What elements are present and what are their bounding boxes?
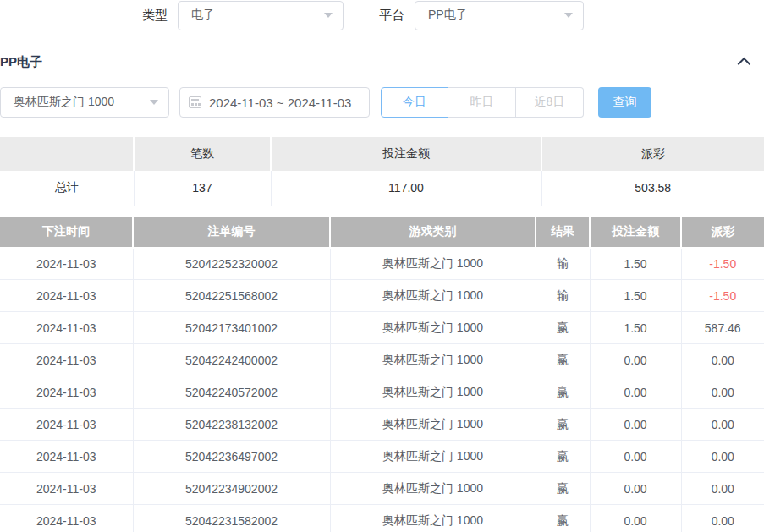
summary-header-row: 笔数 投注金额 派彩 bbox=[0, 137, 764, 171]
cell-bet-time: 2024-11-03 bbox=[0, 248, 133, 280]
cell-game-category: 奥林匹斯之门 1000 bbox=[330, 344, 536, 376]
game-select[interactable]: 奥林匹斯之门 1000 bbox=[0, 87, 169, 118]
cell-bet-amount: 0.00 bbox=[590, 344, 681, 376]
bets-header-payout: 派彩 bbox=[681, 217, 764, 248]
cell-result: 输 bbox=[536, 280, 590, 312]
cell-order-no: 52042238132002 bbox=[133, 409, 330, 441]
cell-game-category: 奥林匹斯之门 1000 bbox=[330, 376, 536, 409]
summary-total-row: 总计 137 117.00 503.58 bbox=[0, 171, 764, 206]
section-header: PP电子 bbox=[0, 52, 764, 71]
cell-order-no: 52042173401002 bbox=[133, 312, 330, 344]
quick-date-button-group: 今日 昨日 近8日 bbox=[381, 87, 584, 118]
table-row: 2024-11-03 52042240572002 奥林匹斯之门 1000 赢 … bbox=[0, 376, 764, 409]
cell-game-category: 奥林匹斯之门 1000 bbox=[330, 441, 536, 473]
cell-result: 赢 bbox=[536, 473, 590, 505]
bets-header-result: 结果 bbox=[536, 217, 590, 248]
bets-header-game-category: 游戏类别 bbox=[330, 217, 536, 248]
cell-game-category: 奥林匹斯之门 1000 bbox=[330, 473, 536, 505]
cell-payout: 0.00 bbox=[681, 441, 764, 473]
date-range-picker[interactable]: 2024-11-03 ~ 2024-11-03 bbox=[179, 87, 370, 118]
yesterday-button[interactable]: 昨日 bbox=[448, 87, 516, 118]
summary-total-label: 总计 bbox=[0, 171, 134, 206]
cell-payout: 0.00 bbox=[681, 473, 764, 505]
cell-bet-time: 2024-11-03 bbox=[0, 344, 133, 376]
type-select-value: 电子 bbox=[191, 8, 215, 23]
cell-order-no: 52042231582002 bbox=[133, 505, 330, 532]
cell-result: 赢 bbox=[536, 409, 590, 441]
bets-header-row: 下注时间 注单编号 游戏类别 结果 投注金额 派彩 bbox=[0, 217, 764, 248]
cell-bet-time: 2024-11-03 bbox=[0, 312, 133, 344]
cell-game-category: 奥林匹斯之门 1000 bbox=[330, 248, 536, 280]
calendar-icon bbox=[189, 96, 201, 108]
cell-result: 赢 bbox=[536, 441, 590, 473]
cell-payout: 0.00 bbox=[681, 344, 764, 376]
cell-bet-amount: 1.50 bbox=[590, 248, 681, 280]
date-range-value: 2024-11-03 ~ 2024-11-03 bbox=[209, 96, 351, 110]
cell-bet-time: 2024-11-03 bbox=[0, 376, 133, 409]
bets-header-bet-time: 下注时间 bbox=[0, 217, 133, 248]
cell-bet-time: 2024-11-03 bbox=[0, 409, 133, 441]
today-button[interactable]: 今日 bbox=[381, 87, 448, 118]
platform-select[interactable]: PP电子 bbox=[415, 1, 584, 30]
cell-bet-time: 2024-11-03 bbox=[0, 505, 133, 532]
table-row: 2024-11-03 52042234902002 奥林匹斯之门 1000 赢 … bbox=[0, 473, 764, 505]
cell-bet-amount: 0.00 bbox=[590, 473, 681, 505]
search-button[interactable]: 查询 bbox=[598, 87, 651, 118]
cell-game-category: 奥林匹斯之门 1000 bbox=[330, 312, 536, 344]
cell-bet-amount: 0.00 bbox=[590, 376, 681, 409]
cell-payout: -1.50 bbox=[681, 248, 764, 280]
top-filter-bar: 类型 电子 平台 PP电子 bbox=[0, 0, 764, 30]
cell-result: 赢 bbox=[536, 344, 590, 376]
summary-header-payout: 派彩 bbox=[541, 137, 764, 171]
cell-order-no: 52042251568002 bbox=[133, 280, 330, 312]
cell-bet-amount: 0.00 bbox=[590, 441, 681, 473]
cell-result: 赢 bbox=[536, 376, 590, 409]
table-row: 2024-11-03 52042238132002 奥林匹斯之门 1000 赢 … bbox=[0, 409, 764, 441]
summary-total-payout: 503.58 bbox=[541, 171, 764, 206]
cell-payout: 0.00 bbox=[681, 376, 764, 409]
table-row: 2024-11-03 52042236497002 奥林匹斯之门 1000 赢 … bbox=[0, 441, 764, 473]
summary-header-empty bbox=[0, 137, 134, 171]
chevron-up-icon[interactable] bbox=[738, 57, 751, 70]
bets-header-bet-amount: 投注金额 bbox=[590, 217, 681, 248]
cell-result: 赢 bbox=[536, 312, 590, 344]
cell-payout: 0.00 bbox=[681, 505, 764, 532]
cell-bet-amount: 1.50 bbox=[590, 280, 681, 312]
cell-result: 赢 bbox=[536, 505, 590, 532]
cell-bet-amount: 0.00 bbox=[590, 409, 681, 441]
cell-payout: -1.50 bbox=[681, 280, 764, 312]
cell-bet-time: 2024-11-03 bbox=[0, 280, 133, 312]
cell-order-no: 52042234902002 bbox=[133, 473, 330, 505]
type-select[interactable]: 电子 bbox=[178, 1, 344, 30]
cell-payout: 0.00 bbox=[681, 409, 764, 441]
cell-game-category: 奥林匹斯之门 1000 bbox=[330, 280, 536, 312]
table-row: 2024-11-03 52042242400002 奥林匹斯之门 1000 赢 … bbox=[0, 344, 764, 376]
cell-payout: 587.46 bbox=[681, 312, 764, 344]
cell-order-no: 52042242400002 bbox=[133, 344, 330, 376]
last-8-days-button[interactable]: 近8日 bbox=[516, 87, 584, 118]
table-row: 2024-11-03 52042231582002 奥林匹斯之门 1000 赢 … bbox=[0, 505, 764, 532]
table-row: 2024-11-03 52042251568002 奥林匹斯之门 1000 输 … bbox=[0, 280, 764, 312]
cell-game-category: 奥林匹斯之门 1000 bbox=[330, 505, 536, 532]
cell-bet-time: 2024-11-03 bbox=[0, 441, 133, 473]
game-select-value: 奥林匹斯之门 1000 bbox=[14, 95, 114, 110]
platform-label: 平台 bbox=[379, 8, 404, 24]
cell-bet-amount: 1.50 bbox=[590, 312, 681, 344]
bets-header-order-no: 注单编号 bbox=[133, 217, 330, 248]
cell-order-no: 52042252320002 bbox=[133, 248, 330, 280]
chevron-down-icon bbox=[324, 13, 333, 18]
cell-game-category: 奥林匹斯之门 1000 bbox=[330, 409, 536, 441]
cell-order-no: 52042236497002 bbox=[133, 441, 330, 473]
platform-select-value: PP电子 bbox=[428, 8, 468, 23]
chevron-down-icon bbox=[150, 100, 158, 105]
chevron-down-icon bbox=[564, 13, 573, 18]
summary-table: 笔数 投注金额 派彩 总计 137 117.00 503.58 bbox=[0, 137, 764, 206]
table-row: 2024-11-03 52042252320002 奥林匹斯之门 1000 输 … bbox=[0, 248, 764, 280]
summary-header-count: 笔数 bbox=[134, 137, 271, 171]
type-label: 类型 bbox=[142, 8, 168, 24]
cell-result: 输 bbox=[536, 248, 590, 280]
section-filter-bar: 奥林匹斯之门 1000 2024-11-03 ~ 2024-11-03 今日 昨… bbox=[0, 87, 764, 118]
summary-header-bet-amount: 投注金额 bbox=[271, 137, 541, 171]
bets-table-body: 2024-11-03 52042252320002 奥林匹斯之门 1000 输 … bbox=[0, 248, 764, 532]
cell-bet-time: 2024-11-03 bbox=[0, 473, 133, 505]
